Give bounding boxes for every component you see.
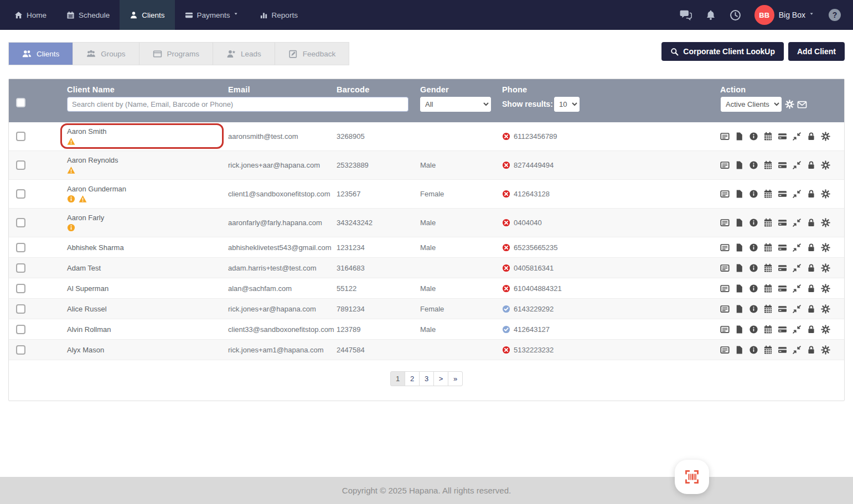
- payment-card-icon[interactable]: [778, 284, 787, 293]
- calendar-grid-icon[interactable]: [763, 132, 773, 141]
- payment-card-icon[interactable]: [778, 345, 787, 355]
- clock-icon[interactable]: [730, 9, 741, 21]
- calendar-grid-icon[interactable]: [763, 189, 773, 199]
- membership-card-icon[interactable]: [720, 284, 730, 293]
- info-circle-icon[interactable]: [749, 189, 758, 199]
- row-checkbox[interactable]: [16, 243, 25, 252]
- avatar[interactable]: BB: [754, 5, 774, 25]
- payment-card-icon[interactable]: [778, 325, 787, 334]
- gear-icon[interactable]: [821, 243, 830, 252]
- payment-card-icon[interactable]: [778, 189, 787, 199]
- row-checkbox[interactable]: [16, 132, 25, 141]
- calendar-grid-icon[interactable]: [763, 263, 773, 273]
- help-icon[interactable]: ?: [829, 9, 841, 21]
- document-icon[interactable]: [735, 243, 744, 252]
- info-circle-icon[interactable]: [749, 345, 758, 355]
- client-name-cell[interactable]: Alyx Mason: [67, 340, 228, 360]
- lock-icon[interactable]: [807, 160, 816, 170]
- gear-icon[interactable]: [821, 132, 830, 141]
- row-checkbox[interactable]: [16, 263, 25, 273]
- info-circle-icon[interactable]: [749, 304, 758, 314]
- shrink-icon[interactable]: [792, 304, 802, 314]
- row-checkbox[interactable]: [16, 345, 25, 355]
- shrink-icon[interactable]: [792, 218, 802, 227]
- shrink-icon[interactable]: [792, 160, 802, 170]
- membership-card-icon[interactable]: [720, 160, 730, 170]
- gear-icon[interactable]: [821, 284, 830, 293]
- calendar-grid-icon[interactable]: [763, 345, 773, 355]
- gear-icon[interactable]: [821, 304, 830, 314]
- lock-icon[interactable]: [807, 263, 816, 273]
- payment-card-icon[interactable]: [778, 263, 787, 273]
- gear-icon[interactable]: [821, 189, 830, 199]
- nav-item-payments[interactable]: Payments: [175, 0, 250, 30]
- page-button-2[interactable]: 2: [405, 371, 420, 386]
- user-menu[interactable]: BB Big Box: [754, 5, 815, 25]
- calendar-grid-icon[interactable]: [763, 160, 773, 170]
- client-name-cell[interactable]: Aaron Reynolds: [67, 151, 228, 179]
- membership-card-icon[interactable]: [720, 304, 730, 314]
- info-circle-icon[interactable]: [749, 218, 758, 227]
- payment-card-icon[interactable]: [778, 218, 787, 227]
- row-checkbox[interactable]: [16, 189, 25, 199]
- lock-icon[interactable]: [807, 189, 816, 199]
- membership-card-icon[interactable]: [720, 325, 730, 334]
- document-icon[interactable]: [735, 132, 744, 141]
- gear-icon[interactable]: [821, 263, 830, 273]
- membership-card-icon[interactable]: [720, 218, 730, 227]
- payment-card-icon[interactable]: [778, 132, 787, 141]
- document-icon[interactable]: [735, 284, 744, 293]
- shrink-icon[interactable]: [792, 132, 802, 141]
- row-checkbox[interactable]: [16, 304, 25, 314]
- row-checkbox[interactable]: [16, 218, 25, 227]
- calendar-grid-icon[interactable]: [763, 325, 773, 334]
- calendar-grid-icon[interactable]: [763, 218, 773, 227]
- barcode-scan-button[interactable]: [675, 460, 709, 494]
- lock-icon[interactable]: [807, 304, 816, 314]
- payment-card-icon[interactable]: [778, 304, 787, 314]
- shrink-icon[interactable]: [792, 325, 802, 334]
- membership-card-icon[interactable]: [720, 345, 730, 355]
- tab-clients[interactable]: Clients: [9, 43, 73, 65]
- calendar-grid-icon[interactable]: [763, 304, 773, 314]
- info-circle-icon[interactable]: [749, 132, 758, 141]
- document-icon[interactable]: [735, 325, 744, 334]
- client-name-cell[interactable]: Alice Russel: [67, 299, 228, 319]
- document-icon[interactable]: [735, 160, 744, 170]
- client-name-cell[interactable]: Aaron Farly: [67, 209, 228, 237]
- add-client-button[interactable]: Add Client: [788, 42, 845, 61]
- page-button-»[interactable]: »: [448, 371, 463, 386]
- payment-card-icon[interactable]: [778, 160, 787, 170]
- lock-icon[interactable]: [807, 243, 816, 252]
- info-circle-icon[interactable]: [749, 243, 758, 252]
- header-envelope-icon[interactable]: [797, 100, 807, 110]
- tab-programs[interactable]: Programs: [139, 43, 214, 65]
- page-button-3[interactable]: 3: [419, 371, 434, 386]
- client-name-cell[interactable]: Aaron Gunderman: [67, 180, 228, 208]
- info-circle-icon[interactable]: [749, 160, 758, 170]
- bell-icon[interactable]: [705, 9, 716, 20]
- tab-leads[interactable]: Leads: [213, 43, 275, 65]
- lock-icon[interactable]: [807, 345, 816, 355]
- shrink-icon[interactable]: [792, 345, 802, 355]
- lock-icon[interactable]: [807, 284, 816, 293]
- page-button->[interactable]: >: [433, 371, 448, 386]
- document-icon[interactable]: [735, 304, 744, 314]
- gear-icon[interactable]: [821, 345, 830, 355]
- corporate-client-lookup-button[interactable]: Corporate Client LookUp: [661, 42, 784, 61]
- membership-card-icon[interactable]: [720, 189, 730, 199]
- row-checkbox[interactable]: [16, 325, 25, 334]
- nav-item-clients[interactable]: Clients: [120, 0, 174, 30]
- calendar-grid-icon[interactable]: [763, 284, 773, 293]
- membership-card-icon[interactable]: [720, 243, 730, 252]
- client-status-select[interactable]: Active Clients: [721, 97, 782, 112]
- lock-icon[interactable]: [807, 132, 816, 141]
- search-input[interactable]: [67, 97, 409, 112]
- show-results-select[interactable]: 10: [554, 97, 580, 112]
- lock-icon[interactable]: [807, 218, 816, 227]
- tab-groups[interactable]: Groups: [73, 43, 139, 65]
- nav-item-reports[interactable]: Reports: [250, 0, 308, 30]
- client-name-cell[interactable]: Adam Test: [67, 258, 228, 278]
- gender-filter-select[interactable]: All: [420, 97, 491, 112]
- nav-item-home[interactable]: Home: [4, 0, 56, 30]
